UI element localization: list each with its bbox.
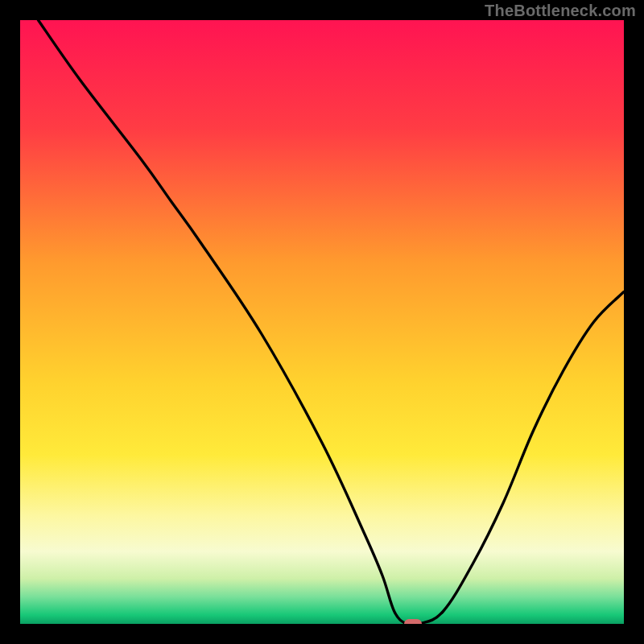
optimum-marker (404, 619, 422, 624)
bottleneck-curve (20, 20, 624, 624)
plot-area (20, 20, 624, 624)
watermark-text: TheBottleneck.com (485, 2, 636, 20)
chart-frame: TheBottleneck.com (0, 0, 644, 644)
